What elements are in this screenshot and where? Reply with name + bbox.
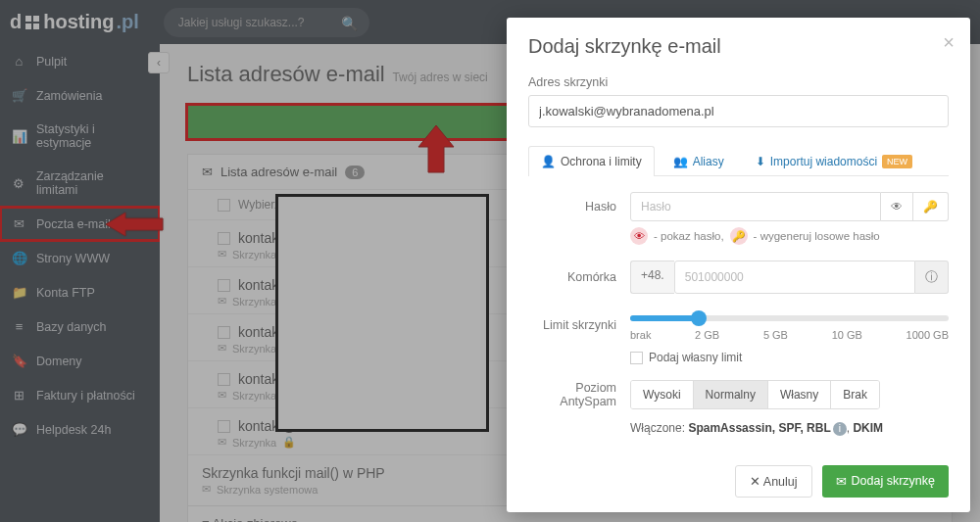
tab-label: Ochrona i limity [561,155,642,168]
antispam-option-wysoki[interactable]: Wysoki [631,381,694,408]
eye-hint-icon: 👁 [630,227,648,245]
slider-tick: 10 GB [832,329,862,341]
button-label: Dodaj skrzynkę [852,474,935,488]
antispam-option-normalny[interactable]: Normalny [694,381,768,408]
new-badge: NEW [882,155,912,168]
submit-button[interactable]: ✉Dodaj skrzynkę [822,465,949,498]
checkbox[interactable] [630,352,643,364]
password-input[interactable] [630,192,881,221]
show-password-icon[interactable]: 👁 [881,192,913,221]
antispam-option-brak[interactable]: Brak [831,381,879,408]
hint-text: - wygeneruj losowe hasło [754,230,880,242]
tab-label: Aliasy [693,155,724,168]
info-icon[interactable]: ⓘ [915,261,949,294]
antispam-button-group: Wysoki Normalny Własny Brak [630,380,880,409]
download-icon: ⬇ [756,155,765,168]
slider-fill [630,315,694,321]
mobile-label: Komórka [528,270,616,284]
envelope-icon: ✉ [836,474,847,489]
slider-thumb[interactable] [691,310,707,326]
password-hint: 👁- pokaz hasło, 🔑- wygeneruj losowe hasł… [630,227,949,245]
tab-import[interactable]: ⬇Importuj wiadomościNEW [743,146,925,176]
slider-tick: 2 GB [695,329,719,341]
password-row: Hasło 👁 🔑 [528,192,949,221]
tab-protection[interactable]: 👤Ochrona i limity [528,146,655,176]
button-label: Anuluj [763,475,798,489]
key-hint-icon: 🔑 [730,227,748,245]
hint-text: - pokaz hasło, [654,230,724,242]
antispam-label: Poziom AntySpam [528,381,616,408]
enabled-items: SpamAssassin, SPF, RBL [688,421,830,435]
mobile-input[interactable] [674,261,915,294]
antispam-row: Poziom AntySpam Wysoki Normalny Własny B… [528,380,949,409]
tab-label: Importuj wiadomości [770,155,877,168]
info-icon[interactable]: i [833,422,847,436]
slider-labels: brak 2 GB 5 GB 10 GB 1000 GB [630,329,949,341]
users-icon: 👥 [673,155,688,168]
password-label: Hasło [528,200,616,214]
tab-aliases[interactable]: 👥Aliasy [661,146,737,176]
add-mailbox-modal: × Dodaj skrzynkę e-mail Adres skrzynki 👤… [507,18,970,512]
user-shield-icon: 👤 [541,155,556,168]
custom-limit-row[interactable]: Podaj własny limit [630,351,949,364]
cancel-button[interactable]: ✕ Anuluj [735,465,812,498]
address-input[interactable] [528,95,949,127]
enabled-dkim: DKIM [853,421,883,435]
enabled-prefix: Włączone: [630,421,685,435]
enabled-features: Włączone: SpamAssassin, SPF, RBLi, DKIM [630,421,949,436]
slider-tick: brak [630,329,651,341]
modal-footer: ✕ Anuluj ✉Dodaj skrzynkę [528,465,949,498]
mobile-prefix: +48. [630,261,674,294]
generate-password-icon[interactable]: 🔑 [913,192,949,221]
slider-tick: 5 GB [763,329,788,341]
modal-title: Dodaj skrzynkę e-mail [528,35,949,58]
modal-tabs: 👤Ochrona i limity 👥Aliasy ⬇Importuj wiad… [528,145,949,176]
slider-tick: 1000 GB [906,329,949,341]
address-label: Adres skrzynki [528,75,949,89]
close-icon[interactable]: × [943,31,955,54]
mobile-row: Komórka +48. ⓘ [528,261,949,294]
limit-label: Limit skrzynki [528,318,616,332]
limit-slider[interactable] [630,315,949,321]
antispam-option-wlasny[interactable]: Własny [768,381,831,408]
limit-row: Limit skrzynki brak 2 GB 5 GB 10 GB 1000… [528,309,949,341]
custom-limit-label: Podaj własny limit [649,351,742,364]
